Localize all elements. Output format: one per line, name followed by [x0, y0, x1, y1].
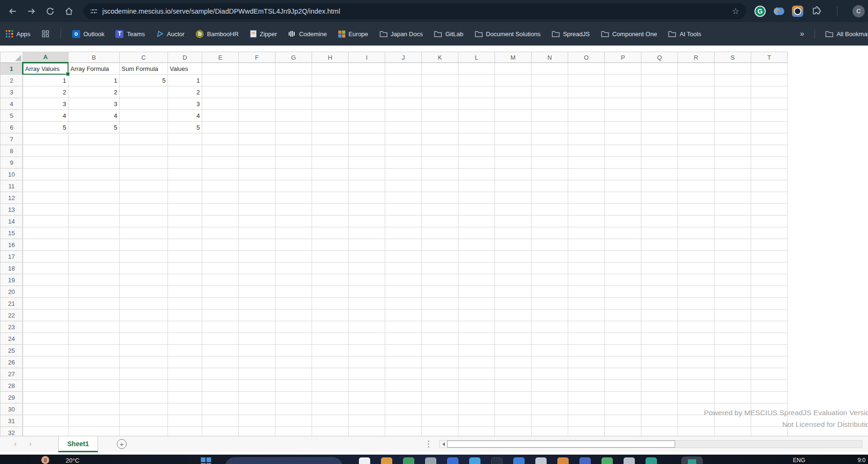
- cell-I25[interactable]: [349, 345, 385, 356]
- cell-H27[interactable]: [312, 368, 349, 380]
- cell-G15[interactable]: [275, 227, 312, 239]
- cell-G29[interactable]: [275, 392, 312, 403]
- cell-E10[interactable]: [202, 169, 239, 180]
- cell-B32[interactable]: [69, 427, 120, 436]
- cell-F14[interactable]: [239, 216, 275, 227]
- cell-B10[interactable]: [69, 169, 120, 180]
- cell-M17[interactable]: [495, 251, 532, 263]
- cell-D32[interactable]: [168, 427, 202, 436]
- cell-F30[interactable]: [239, 403, 275, 415]
- cell-G6[interactable]: [275, 122, 312, 133]
- cell-C28[interactable]: [120, 380, 168, 392]
- cell-Q21[interactable]: [641, 298, 678, 309]
- cell-B5[interactable]: 4: [69, 110, 120, 122]
- cell-K11[interactable]: [422, 180, 458, 192]
- bookmark-bamboohr[interactable]: bBambooHR: [196, 30, 238, 38]
- column-header-S[interactable]: S: [715, 52, 751, 63]
- cell-M24[interactable]: [495, 333, 532, 345]
- cell-C10[interactable]: [120, 169, 168, 180]
- cell-L27[interactable]: [458, 368, 495, 380]
- cell-A17[interactable]: [23, 251, 69, 263]
- cell-H26[interactable]: [312, 356, 349, 368]
- column-header-I[interactable]: I: [349, 52, 385, 63]
- select-all-corner[interactable]: [0, 52, 23, 63]
- cell-O14[interactable]: [568, 216, 605, 227]
- cell-D25[interactable]: [168, 345, 202, 356]
- row-header-32[interactable]: 32: [0, 427, 23, 436]
- taskbar-green-app-icon[interactable]: [602, 457, 613, 464]
- cell-T21[interactable]: [751, 298, 788, 309]
- cell-N16[interactable]: [532, 239, 568, 251]
- cell-C18[interactable]: [120, 263, 168, 274]
- cell-H16[interactable]: [312, 239, 349, 251]
- cell-P28[interactable]: [605, 380, 641, 392]
- cell-I6[interactable]: [349, 122, 385, 133]
- cell-F27[interactable]: [239, 368, 275, 380]
- cell-G23[interactable]: [275, 321, 312, 333]
- cell-G3[interactable]: [275, 86, 312, 98]
- cell-N11[interactable]: [532, 180, 568, 192]
- cell-P20[interactable]: [605, 286, 641, 298]
- row-header-30[interactable]: 30: [0, 403, 23, 415]
- cell-C21[interactable]: [120, 298, 168, 309]
- cell-B24[interactable]: [69, 333, 120, 345]
- cell-O25[interactable]: [568, 345, 605, 356]
- cell-J26[interactable]: [385, 356, 422, 368]
- horizontal-scrollbar[interactable]: [439, 440, 862, 448]
- cell-M7[interactable]: [495, 133, 532, 145]
- cell-M2[interactable]: [495, 75, 532, 86]
- cell-Q2[interactable]: [641, 75, 678, 86]
- cell-K4[interactable]: [422, 98, 458, 110]
- cell-L31[interactable]: [458, 415, 495, 427]
- cell-D23[interactable]: [168, 321, 202, 333]
- cell-N10[interactable]: [532, 169, 568, 180]
- cell-F29[interactable]: [239, 392, 275, 403]
- cell-L32[interactable]: [458, 427, 495, 436]
- row-header-16[interactable]: 16: [0, 239, 23, 251]
- cell-S8[interactable]: [715, 145, 751, 157]
- cell-F16[interactable]: [239, 239, 275, 251]
- cell-P19[interactable]: [605, 274, 641, 286]
- cell-L14[interactable]: [458, 216, 495, 227]
- cell-J4[interactable]: [385, 98, 422, 110]
- cell-Q6[interactable]: [641, 122, 678, 133]
- cell-Q5[interactable]: [641, 110, 678, 122]
- cell-C8[interactable]: [120, 145, 168, 157]
- cell-G31[interactable]: [275, 415, 312, 427]
- taskbar-active-app[interactable]: [681, 456, 703, 464]
- cell-I10[interactable]: [349, 169, 385, 180]
- cell-C4[interactable]: [120, 98, 168, 110]
- cell-M8[interactable]: [495, 145, 532, 157]
- cell-D26[interactable]: [168, 356, 202, 368]
- cell-Q15[interactable]: [641, 227, 678, 239]
- cell-Q25[interactable]: [641, 345, 678, 356]
- cell-E27[interactable]: [202, 368, 239, 380]
- scroll-left-button[interactable]: [440, 441, 447, 448]
- cell-D10[interactable]: [168, 169, 202, 180]
- start-button-icon[interactable]: [201, 457, 211, 464]
- cell-I12[interactable]: [349, 192, 385, 204]
- cell-L28[interactable]: [458, 380, 495, 392]
- cell-H9[interactable]: [312, 157, 349, 169]
- cell-S16[interactable]: [715, 239, 751, 251]
- cell-K18[interactable]: [422, 263, 458, 274]
- taskbar-files-icon[interactable]: [381, 457, 392, 464]
- row-header-14[interactable]: 14: [0, 216, 23, 227]
- row-header-19[interactable]: 19: [0, 274, 23, 286]
- cell-F20[interactable]: [239, 286, 275, 298]
- cell-S29[interactable]: [715, 392, 751, 403]
- cell-H21[interactable]: [312, 298, 349, 309]
- cell-R27[interactable]: [678, 368, 715, 380]
- cell-E17[interactable]: [202, 251, 239, 263]
- cell-J24[interactable]: [385, 333, 422, 345]
- cell-S7[interactable]: [715, 133, 751, 145]
- brain-extension-icon[interactable]: [773, 6, 784, 17]
- cell-J32[interactable]: [385, 427, 422, 436]
- cell-E26[interactable]: [202, 356, 239, 368]
- cell-B2[interactable]: 1: [69, 75, 120, 86]
- cell-T17[interactable]: [751, 251, 788, 263]
- cell-S14[interactable]: [715, 216, 751, 227]
- cell-C20[interactable]: [120, 286, 168, 298]
- cell-D27[interactable]: [168, 368, 202, 380]
- cell-J5[interactable]: [385, 110, 422, 122]
